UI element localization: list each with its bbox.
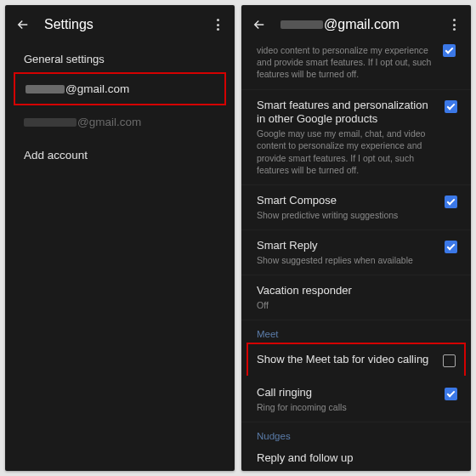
account1-suffix: @gmail.com — [65, 82, 129, 95]
more-vert-icon[interactable] — [211, 18, 224, 31]
section-nudges-label: Nudges — [241, 422, 471, 443]
top-desc-row: video content to personalize my experien… — [241, 44, 471, 90]
settings-panel-right: @gmail.com video content to personalize … — [241, 5, 471, 471]
smart-other-title: Smart features and personalization in ot… — [257, 99, 436, 128]
vacation-title: Vacation responder — [257, 284, 457, 298]
call-ringing-title: Call ringing — [257, 386, 436, 400]
vacation-desc: Off — [257, 299, 457, 311]
smart-compose-row[interactable]: Smart Compose Show predictive writing su… — [241, 185, 471, 230]
account-item-secondary[interactable]: @gmail.com — [5, 105, 235, 139]
vacation-responder-row[interactable]: Vacation responder Off — [241, 275, 471, 320]
header-left: Settings — [5, 5, 235, 44]
left-content: General settings @gmail.com @gmail.com A… — [5, 44, 235, 471]
back-arrow-icon[interactable] — [252, 17, 267, 32]
section-meet-label: Meet — [241, 320, 471, 341]
meet-tab-checkbox[interactable] — [443, 354, 456, 367]
meet-tab-title: Show the Meet tab for video calling — [257, 353, 434, 367]
call-ringing-row[interactable]: Call ringing Ring for incoming calls — [241, 377, 471, 422]
title-suffix: @gmail.com — [324, 17, 400, 32]
call-ringing-desc: Ring for incoming calls — [257, 401, 436, 413]
smart-features-checkbox[interactable] — [443, 44, 456, 57]
redacted-username-icon — [24, 118, 76, 127]
smart-other-desc: Google may use my email, chat, and video… — [257, 128, 436, 176]
account-item-primary[interactable]: @gmail.com — [14, 72, 226, 105]
back-arrow-icon[interactable] — [15, 17, 31, 32]
call-ringing-checkbox[interactable] — [445, 388, 457, 400]
general-settings-item[interactable]: General settings — [5, 44, 235, 72]
right-content: video content to personalize my experien… — [241, 44, 471, 471]
header-right: @gmail.com — [241, 5, 471, 44]
reply-follow-row[interactable]: Reply and follow up — [241, 443, 471, 471]
page-title: Settings — [44, 17, 197, 32]
smart-other-checkbox[interactable] — [445, 100, 457, 113]
account2-suffix: @gmail.com — [77, 116, 141, 128]
smart-compose-title: Smart Compose — [257, 194, 436, 208]
redacted-username-icon — [26, 85, 65, 94]
smart-reply-checkbox[interactable] — [445, 241, 457, 253]
smart-compose-desc: Show predictive writing suggestions — [257, 209, 436, 221]
add-account-item[interactable]: Add account — [5, 139, 235, 172]
smart-compose-checkbox[interactable] — [445, 196, 457, 208]
smart-features-other-row[interactable]: Smart features and personalization in ot… — [241, 90, 471, 185]
page-title-email: @gmail.com — [280, 17, 434, 32]
meet-tab-row[interactable]: Show the Meet tab for video calling — [246, 343, 466, 376]
reply-follow-title: Reply and follow up — [257, 451, 457, 466]
smart-reply-title: Smart Reply — [257, 239, 436, 253]
smart-reply-desc: Show suggested replies when available — [257, 254, 436, 266]
smart-reply-row[interactable]: Smart Reply Show suggested replies when … — [241, 230, 471, 275]
more-vert-icon[interactable] — [447, 18, 461, 31]
settings-panel-left: Settings General settings @gmail.com @gm… — [5, 5, 235, 471]
top-desc-text: video content to personalize my experien… — [257, 44, 434, 81]
redacted-username-icon — [280, 20, 323, 29]
